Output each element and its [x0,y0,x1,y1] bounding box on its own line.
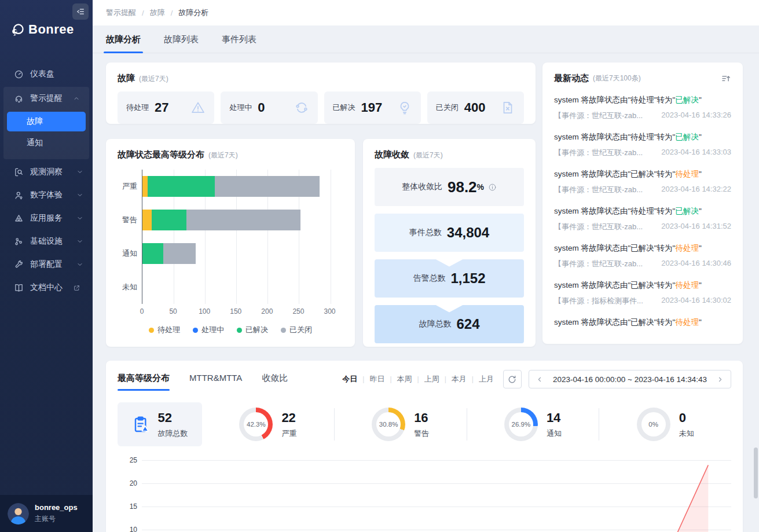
book-icon [14,283,24,293]
analysis-tab-收敛比[interactable]: 收敛比 [262,373,288,391]
activity-item[interactable]: system 将故障状态由"已解决"转为"待处理"【事件源：世纪互联-zab..… [554,169,731,195]
gridline [331,170,331,304]
sidebar-subitem-label: 通知 [27,138,43,148]
funnel-label: 故障总数 [419,319,451,329]
breadcrumb: 警示提醒/故障/故障分析 [93,0,759,25]
sync-icon [294,100,309,115]
sidebar-subitem-通知[interactable]: 通知 [7,133,86,153]
analysis-tab-最高等级分布[interactable]: 最高等级分布 [118,373,170,391]
legend-item-处理中[interactable]: 处理中 [193,325,224,335]
account-section[interactable]: bonree_ops 主账号 [0,495,93,532]
activity-time: 2023-04-16 14:30:02 [661,296,731,306]
sidebar-item-label: 观测洞察 [30,167,63,177]
legend-dot [149,328,154,333]
activity-target-state: 已解决 [675,207,699,215]
chevron-down-icon [76,168,83,175]
legend-label: 已关闭 [289,325,312,335]
activity-item[interactable]: system 将故障状态由"已解决"转为"待处理" [554,317,731,333]
activity-item[interactable]: system 将故障状态由"待处理"转为"已解决"【事件源：世纪互联-zab..… [554,206,731,232]
fault-total-label: 故障总数 [158,428,188,439]
content: 故障 (最近7天) 待处理27处理中0已解决197已关闭400 故障状态最高等级… [93,53,759,532]
convergence-card: 故障收敛 (最近7天) 整体收敛比 98.2 % 事件总数34,804告警总数1… [363,139,536,347]
range-今日[interactable]: 今日 [342,374,357,384]
info-icon[interactable] [488,183,497,192]
wrench-icon [14,260,24,270]
sidebar-item-警示提醒[interactable]: 警示提醒 [3,87,89,110]
activity-item[interactable]: system 将故障状态由"已解决"转为"待处理"【事件源：指标检测事件...2… [554,280,731,306]
bar-row-严重 [142,176,320,197]
activity-item[interactable]: system 将故障状态由"待处理"转为"已解决"【事件源：世纪互联-zab..… [554,132,731,158]
sidebar-item-部署配置[interactable]: 部署配置 [0,253,93,276]
y-tick-label: 15 [118,502,137,511]
activity-source: 【事件源：世纪互联-zab... [554,148,643,158]
donut-value: 16 [414,410,429,425]
page-tabs: 故障分析故障列表事件列表 [93,25,759,53]
sidebar-group-警示提醒: 警示提醒故障通知 [3,87,89,159]
sidebar-collapse-button[interactable] [72,3,89,20]
bar-row-警告 [142,210,300,230]
y-tick-label: 10 [118,526,137,532]
sidebar-item-基础设施[interactable]: 基础设施 [0,230,93,253]
fault-stat-label: 处理中 [229,102,252,113]
card-period: (最近7天) [413,151,443,160]
sidebar-item-应用服务[interactable]: 应用服务 [0,207,93,230]
range-上周[interactable]: 上周 [424,374,439,384]
legend-item-待处理[interactable]: 待处理 [149,325,180,335]
refresh-button[interactable] [503,370,522,388]
activity-text: system 将故障状态由"待处理"转为"已解决" [554,132,731,142]
fault-stat-已解决: 已解决197 [324,91,421,124]
activity-item[interactable]: system 将故障状态由"待处理"转为"已解决"【事件源：世纪互联-zab..… [554,95,731,121]
x-tick-label: 50 [169,307,177,315]
date-range-picker[interactable]: 2023-04-16 00:00:00 ~ 2023-04-16 14:34:4… [529,370,731,388]
account-name: bonree_ops [35,503,78,512]
scrollbar-thumb[interactable] [754,447,758,498]
tab-事件列表[interactable]: 事件列表 [222,34,256,53]
analysis-tab-MTTR&MTTA[interactable]: MTTR&MTTA [189,373,242,391]
sort-ascending-icon[interactable] [721,74,731,84]
breadcrumb-item[interactable]: 警示提醒 [106,8,136,18]
breadcrumb-separator: / [142,9,144,17]
funnel-value: 34,804 [447,225,489,241]
sidebar-item-观测洞察[interactable]: 观测洞察 [0,160,93,184]
range-本周[interactable]: 本周 [397,374,412,384]
sidebar-item-文档中心[interactable]: 文档中心 [0,276,93,299]
activity-source: 【事件源：世纪互联-zab... [554,222,643,232]
clipboard-alert-icon [132,415,151,434]
bar-segment-已关闭 [215,176,320,197]
donut-label: 警告 [414,428,429,439]
fault-stat-value: 0 [258,100,265,115]
x-tick-label: 200 [261,307,273,315]
chevron-up-icon [73,95,80,102]
bar-segment-已关闭 [163,243,196,264]
sidebar-item-仪表盘[interactable]: 仪表盘 [0,63,93,86]
bar-category-label: 严重 [118,170,142,203]
range-昨日[interactable]: 昨日 [369,374,384,384]
chevron-left-icon[interactable] [536,376,544,383]
bonree-logo-icon [10,22,25,37]
legend-label: 待处理 [157,325,180,335]
sidebar-item-数字体验[interactable]: 数字体验 [0,184,93,207]
range-上月[interactable]: 上月 [479,374,494,384]
donut-group-严重: 42.3%22严重 [202,408,334,441]
activity-time: 2023-04-16 14:30:46 [661,259,731,269]
sidebar-subitem-故障[interactable]: 故障 [7,112,86,131]
tab-故障分析[interactable]: 故障分析 [106,34,141,53]
legend-dot [281,328,286,333]
legend-item-已关闭[interactable]: 已关闭 [281,325,312,335]
donut-group-未知: 0%0未知 [599,408,731,441]
activity-time: 2023-04-16 14:33:03 [661,148,731,158]
external-link-icon [73,284,80,292]
chevron-right-icon[interactable] [716,376,724,383]
refresh-icon [507,375,517,384]
logo-text: Bonree [28,22,74,37]
bar-row-通知 [142,243,196,264]
donut-value: 22 [281,410,296,425]
legend-item-已解决[interactable]: 已解决 [237,325,268,335]
donut-percent: 26.9% [504,408,538,441]
tab-故障列表[interactable]: 故障列表 [164,34,199,53]
breadcrumb-item[interactable]: 故障 [150,8,165,18]
activity-item[interactable]: system 将故障状态由"已解决"转为"待处理"【事件源：世纪互联-zab..… [554,243,731,269]
range-本月[interactable]: 本月 [452,374,467,384]
activity-time: 2023-04-16 14:32:22 [661,185,731,195]
avatar [8,503,29,524]
